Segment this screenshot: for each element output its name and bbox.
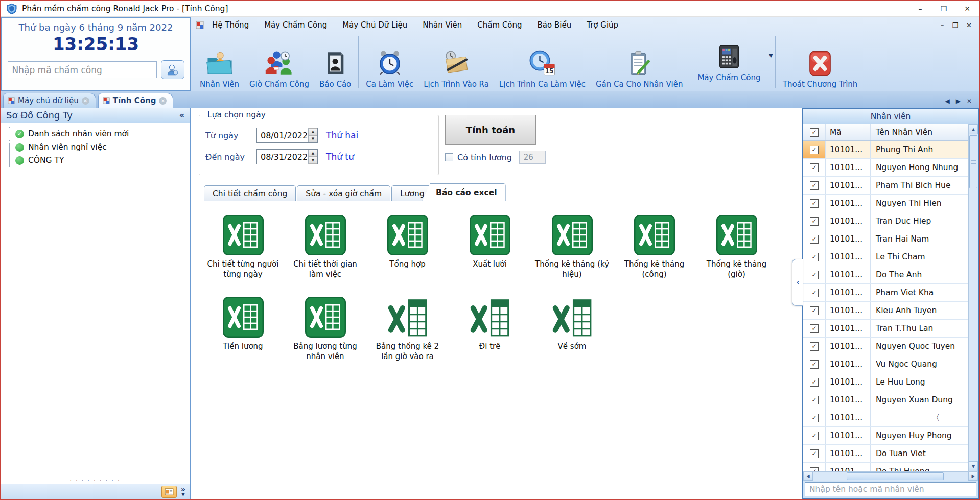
toolbar-nhan-vien-button[interactable]: Nhân Viên [195, 34, 244, 90]
excel-report-chi-tiet-tung-nguoi[interactable]: Chi tiết từng người từng ngày [202, 215, 284, 279]
horizontal-scrollbar[interactable]: ◀ ▶ [803, 471, 978, 481]
column-header-code[interactable]: Mã [826, 124, 871, 140]
scroll-down-icon[interactable]: ▼ [969, 461, 978, 471]
toolbar-lich-trinh-vao-ra-button[interactable]: Lịch Trình Vào Ra [418, 34, 494, 90]
collapse-panel-icon[interactable]: « [179, 110, 184, 120]
row-checkbox[interactable]: ✓ [810, 432, 819, 440]
to-date-spinner[interactable]: 08/31/2022 ▲ ▼ [256, 149, 318, 164]
mdi-close-button[interactable]: ✕ [966, 21, 972, 29]
row-checkbox[interactable]: ✓ [810, 449, 819, 458]
excel-report-chi-tiet-thoi-gian[interactable]: Chi tiết thời gian làm việc [284, 215, 366, 279]
employee-row[interactable]: ✓10101...Vu Ngoc Quang [803, 355, 968, 373]
to-date-value[interactable]: 08/31/2022 [257, 150, 308, 164]
toolbar-gan-ca-button[interactable]: Gán Ca Cho Nhân Viên [591, 34, 688, 90]
toolbar-lich-trinh-ca-lam-viec-button[interactable]: 15 Lịch Trình Ca Làm Việc [494, 34, 591, 90]
employee-panel-collapse-handle[interactable]: ‹ [792, 259, 803, 306]
tab-close-icon[interactable]: ✕ [159, 97, 167, 105]
row-checkbox[interactable]: ✓ [810, 181, 819, 190]
tab-bao-cao-excel[interactable]: Báo cáo excel [422, 183, 506, 201]
tab-scroll-right-icon[interactable]: ▶ [956, 98, 961, 105]
employee-row[interactable]: ✓10101...Pham Viet Kha [803, 284, 968, 302]
menu-bao-bieu[interactable]: Báo Biểu [530, 18, 579, 32]
employee-row[interactable]: ✓10101...Nguyen Xuan Dung [803, 391, 968, 409]
employee-row[interactable]: ✓10101...〈 [803, 409, 968, 427]
tab-may-chu-du-lieu[interactable]: Máy chủ dữ liệu ✕ [3, 93, 96, 108]
toolbar-bao-cao-button[interactable]: Báo Cáo [314, 34, 356, 90]
mdi-minimize-button[interactable]: – [941, 21, 944, 29]
tab-chi-tiet-cham-cong[interactable]: Chi tiết chấm công [204, 185, 296, 201]
from-date-value[interactable]: 08/01/2022 [257, 128, 308, 142]
row-checkbox[interactable]: ✓ [810, 163, 819, 172]
dropdown-arrow-icon[interactable]: ▼ [768, 52, 773, 59]
employee-search-input[interactable] [805, 482, 976, 496]
tab-tinh-cong[interactable]: Tính Công ✕ [98, 93, 174, 108]
vertical-scrollbar[interactable]: ▲ ▼ [968, 124, 978, 471]
spin-up-icon[interactable]: ▲ [309, 128, 317, 135]
row-checkbox[interactable]: ✓ [810, 199, 819, 208]
scroll-left-icon[interactable]: ◀ [803, 472, 813, 481]
row-checkbox[interactable]: ✓ [810, 217, 819, 226]
row-checkbox[interactable]: ✓ [810, 360, 819, 369]
menu-cham-cong[interactable]: Chấm Công [470, 18, 529, 32]
attendance-code-input[interactable] [8, 61, 157, 78]
scroll-up-icon[interactable]: ▲ [969, 124, 978, 134]
employee-row[interactable]: ✓10101...Le Thi Cham [803, 248, 968, 266]
employee-row[interactable]: ✓10101...Kieu Anh Tuyen [803, 302, 968, 320]
employee-row[interactable]: ✓10101...Le Huu Long [803, 373, 968, 391]
excel-report-thong-ke-gio[interactable]: Thống kê tháng (giờ) [695, 215, 778, 279]
row-checkbox[interactable]: ✓ [810, 378, 819, 387]
row-checkbox[interactable]: ✓ [810, 235, 819, 244]
tree-item-resigned-employees[interactable]: Nhân viên nghỉ việc [8, 140, 190, 154]
menu-may-chu-du-lieu[interactable]: Máy Chủ Dữ Liệu [335, 18, 414, 32]
excel-report-ve-som[interactable]: Về sớm [531, 297, 613, 362]
scroll-right-icon[interactable]: ▶ [968, 472, 978, 481]
spin-up-icon[interactable]: ▲ [309, 150, 317, 157]
menu-tro-giup[interactable]: Trợ Giúp [579, 18, 625, 32]
tree-item-company[interactable]: CÔNG TY [8, 154, 190, 167]
mdi-restore-button[interactable]: ❐ [952, 21, 958, 29]
employee-row[interactable]: ✓10101...Tran Hai Nam [803, 230, 968, 248]
row-checkbox[interactable]: ✓ [810, 414, 819, 422]
toolbar-ca-lam-viec-button[interactable]: Ca Làm Việc [361, 34, 418, 90]
excel-report-di-tre[interactable]: Đi trễ [449, 297, 531, 362]
calculate-button[interactable]: Tính toán [445, 115, 536, 145]
employee-row[interactable]: ✓10101...Pham Thi Bich Hue [803, 177, 968, 195]
row-checkbox[interactable]: ✓ [810, 146, 819, 154]
row-checkbox[interactable]: ✓ [810, 342, 819, 351]
card-view-button[interactable] [161, 486, 177, 498]
excel-report-thong-ke-cong[interactable]: Thống kê tháng (công) [613, 215, 695, 279]
row-checkbox[interactable]: ✓ [810, 396, 819, 404]
splitter-handle[interactable]: · · · · · · · · · [1, 477, 190, 484]
from-date-spinner[interactable]: 08/01/2022 ▲ ▼ [256, 128, 318, 143]
employee-row[interactable]: ✓10101...Do Thi Huong [803, 463, 968, 471]
employee-row[interactable]: ✓10101...Nguyen Thi Hien [803, 195, 968, 212]
horizontal-scroll-thumb[interactable] [847, 472, 944, 480]
restore-button[interactable]: ❐ [932, 1, 955, 16]
row-checkbox[interactable]: ✓ [810, 467, 819, 472]
excel-report-bang-thong-ke-2-lan[interactable]: Bảng thống kê 2 lần giờ vào ra [366, 297, 449, 362]
column-header-name[interactable]: Tên Nhân Viên [871, 128, 968, 137]
row-checkbox[interactable]: ✓ [810, 306, 819, 315]
tree-item-new-employees[interactable]: ✓ Danh sách nhân viên mới [8, 127, 190, 140]
row-checkbox[interactable]: ✓ [810, 253, 819, 261]
employee-row[interactable]: ✓10101...Tran T.Thu Lan [803, 320, 968, 338]
menu-nhan-vien[interactable]: Nhân Viên [415, 18, 469, 32]
menu-may-cham-cong[interactable]: Máy Chấm Công [257, 18, 334, 32]
excel-report-xuat-luoi[interactable]: Xuất lưới [449, 215, 531, 279]
tab-sua-xoa-gio-cham[interactable]: Sửa - xóa giờ chấm [297, 185, 390, 201]
employee-row[interactable]: ✓10101...Tran Duc Hiep [803, 212, 968, 230]
toolbar-gio-cham-cong-button[interactable]: Giờ Chấm Công [244, 34, 314, 90]
menu-he-thong[interactable]: Hệ Thống [205, 18, 256, 32]
minimize-button[interactable]: – [908, 1, 932, 16]
attendance-lookup-button[interactable] [161, 60, 184, 79]
excel-report-tong-hop[interactable]: Tổng hợp [366, 215, 449, 279]
excel-report-tien-luong[interactable]: Tiền lương [202, 297, 284, 362]
salary-checkbox[interactable] [445, 153, 453, 161]
row-checkbox[interactable]: ✓ [810, 271, 819, 279]
toolbar-may-cham-cong-button[interactable]: Máy Chấm Công [692, 41, 765, 83]
tab-scroll-left-icon[interactable]: ◀ [945, 98, 949, 105]
excel-report-thong-ke-ky-hieu[interactable]: Thống kê tháng (ký hiệu) [531, 215, 613, 279]
employee-row[interactable]: ✓10101...Do The Anh [803, 266, 968, 284]
row-checkbox[interactable]: ✓ [810, 324, 819, 333]
excel-report-bang-luong-tung-nhan-vien[interactable]: Bảng lương từng nhân viên [284, 297, 366, 362]
